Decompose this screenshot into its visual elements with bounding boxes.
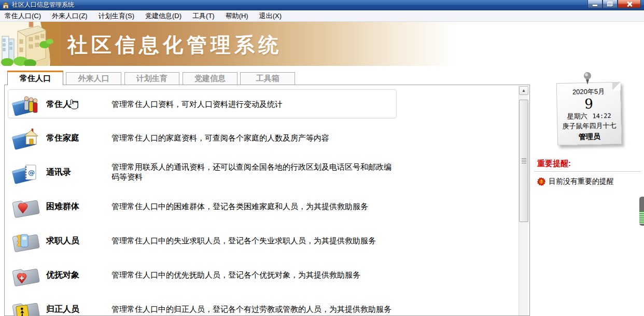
tab-gongjuxiang[interactable]: 工具箱: [240, 72, 295, 85]
window-controls: [587, 0, 641, 8]
feature-row-changzhurenkou[interactable]: 常住人口 管理常住人口资料，可对人口资料进行变动及统计: [8, 88, 516, 120]
svg-text:@: @: [28, 169, 35, 176]
community-illustration-icon: [0, 22, 61, 66]
banner: 社区信息化管理系统: [0, 22, 644, 66]
svg-text:!: !: [541, 180, 543, 184]
feature-description: 管理常用联系人的通讯资料，还可以查阅全国各地的行政区划及电话区号和邮政编码等资料: [111, 162, 397, 182]
minimize-button[interactable]: [587, 0, 603, 8]
book-contacts-icon: @: [12, 160, 40, 185]
menu-bangzhu[interactable]: 帮助(H): [222, 11, 256, 21]
feature-row-changzhujiating[interactable]: 常住家庭 管理常住人口的家庭资料，可查阅各个家庭的人数及房产等内容: [8, 122, 516, 154]
reminder-divider: [534, 171, 641, 172]
scroll-up-button[interactable]: ▲: [519, 86, 528, 95]
feature-row-kunnanqunti[interactable]: 困难群体 管理常住人口中的困难群体，登记各类困难家庭和人员，为其提供救助服务: [8, 190, 516, 223]
tab-dangjianxinxi[interactable]: 党建信息: [183, 72, 237, 85]
folder-aid-heart-icon: [12, 263, 40, 287]
tab-wailairenkou[interactable]: 外来人口: [66, 72, 121, 85]
feature-description: 管理常住人口资料，可对人口资料进行变动及统计: [111, 100, 397, 109]
title-bar: 社区人口信息管理系统: [0, 0, 644, 10]
app-house-icon: [2, 2, 9, 9]
feature-description: 管理常住人口中的失业求职人员，登记各个失业求职人员，为其提供救助服务: [111, 236, 397, 246]
feature-name[interactable]: 常住人口: [46, 99, 100, 110]
book-house-icon: [12, 126, 40, 150]
minimize-icon: [593, 5, 597, 6]
app-window: 社区人口信息管理系统 常住人口(C) 外来人口(Z) 计划生育(S) 党建信息(…: [0, 0, 644, 316]
scroll-thumb[interactable]: [519, 100, 528, 222]
calendar-paper: 2020年5月 9 星期六14:22 庚子鼠年四月十七 管理员: [556, 82, 622, 146]
feature-name[interactable]: 优抚对象: [46, 270, 100, 281]
close-icon: [626, 1, 632, 7]
menu-bar: 常住人口(C) 外来人口(Z) 计划生育(S) 党建信息(D) 工具(T) 帮助…: [0, 11, 644, 22]
menu-jihuashengyu[interactable]: 计划生育(S): [95, 11, 142, 21]
feature-name[interactable]: 困难群体: [46, 201, 100, 212]
calendar-weekday: 星期六: [567, 112, 587, 120]
close-button[interactable]: [618, 0, 641, 8]
side-panel-handle-stripes-icon: [639, 211, 644, 224]
scroll-thumb-grip-icon: [522, 158, 526, 163]
pushpin-icon: [582, 72, 593, 85]
tab-jihuashengyu[interactable]: 计划生育: [124, 72, 179, 85]
feature-name[interactable]: 常住家庭: [46, 133, 100, 144]
reminder-item: ! 目前没有重要的提醒: [537, 177, 614, 186]
menu-tuichu[interactable]: 退出(X): [256, 11, 289, 21]
calendar-time: 14:22: [592, 112, 611, 120]
window-title: 社区人口信息管理系统: [12, 1, 74, 9]
feature-row-guizhengrenyuan[interactable]: 归正人员 管理常住人口中的归正人员，登记各个有过劳教或管教的人员，为其提供救助服…: [8, 293, 516, 316]
feature-name[interactable]: 通讯录: [46, 167, 100, 178]
tab-changzhurenkou[interactable]: 常住人口: [7, 71, 63, 85]
feature-row-qiuzhirenyuan[interactable]: 求职人员 管理常住人口中的失业求职人员，登记各个失业求职人员，为其提供救助服务: [8, 225, 516, 257]
paper-fold: [612, 82, 621, 90]
folder-job-icon: [12, 228, 40, 253]
current-user: 管理员: [558, 131, 621, 142]
feature-description: 管理常住人口中的优先抚助人员，登记各个优抚对象，为其提供救助服务: [111, 270, 397, 280]
banner-title: 社区信息化管理系统: [67, 31, 282, 59]
restore-button[interactable]: [603, 0, 618, 8]
calendar-widget: 2020年5月 9 星期六14:22 庚子鼠年四月十七 管理员: [553, 74, 625, 149]
list-scrollbar[interactable]: ▲: [519, 86, 528, 315]
menu-gongju[interactable]: 工具(T): [189, 11, 222, 21]
reminder-title: 重要提醒:: [537, 159, 571, 169]
book-people-icon: [12, 92, 40, 117]
folder-warning-icon: [12, 297, 40, 316]
alert-burst-icon: !: [537, 177, 545, 186]
calendar-lunar-date: 庚子鼠年四月十七: [557, 120, 621, 131]
menu-changzhurenkou[interactable]: 常住人口(C): [1, 11, 48, 21]
feature-list-panel: 常住人口 管理常住人口资料，可对人口资料进行变动及统计 常住家庭 管理常住人口的…: [4, 85, 530, 316]
restore-icon: [607, 2, 613, 6]
feature-description: 管理常住人口的家庭资料，可查阅各个家庭的人数及房产等内容: [111, 133, 397, 143]
reminder-message: 目前没有重要的提醒: [549, 177, 614, 186]
feature-row-tongxunlu[interactable]: @ 通讯录 管理常用联系人的通讯资料，还可以查阅全国各地的行政区划及电话区号和邮…: [8, 156, 516, 188]
folder-heart-icon: [12, 194, 40, 219]
calendar-weekday-time: 星期六14:22: [557, 111, 621, 121]
feature-name[interactable]: 归正人员: [46, 304, 100, 315]
menu-wailairenkou[interactable]: 外来人口(Z): [48, 11, 95, 21]
feature-description: 管理常住人口中的困难群体，登记各类困难家庭和人员，为其提供救助服务: [111, 202, 397, 212]
feature-name[interactable]: 求职人员: [46, 236, 100, 246]
menu-dangjianxinxi[interactable]: 党建信息(D): [142, 11, 189, 21]
side-panel-handle[interactable]: [639, 197, 644, 226]
feature-row-youfuduixiang[interactable]: 优抚对象 管理常住人口中的优先抚助人员，登记各个优抚对象，为其提供救助服务: [8, 259, 516, 291]
calendar-day: 9: [557, 96, 621, 112]
feature-description: 管理常住人口中的归正人员，登记各个有过劳教或管教的人员，为其提供救助服务: [111, 305, 397, 314]
